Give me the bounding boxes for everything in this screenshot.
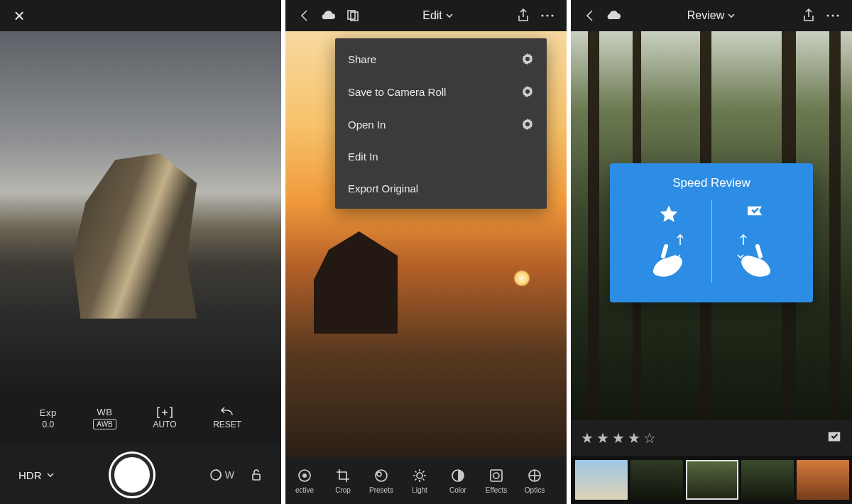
- svg-point-11: [417, 473, 422, 478]
- presets-icon: [373, 468, 389, 483]
- tool-effects[interactable]: Effects: [477, 468, 515, 494]
- svg-rect-1: [253, 474, 260, 480]
- optics-icon: [527, 468, 542, 483]
- share-menu-item[interactable]: Export Original: [335, 172, 547, 204]
- filmstrip-thumbnail[interactable]: [630, 460, 683, 500]
- exposure-value: 0.0: [42, 420, 54, 429]
- scene-tree: [829, 31, 841, 420]
- exposure-label: Exp: [40, 407, 57, 418]
- share-menu-item[interactable]: Open In: [335, 108, 547, 141]
- filmstrip-thumbnail[interactable]: [797, 460, 849, 500]
- edit-topbar: Edit: [285, 0, 567, 31]
- color-icon: [450, 468, 466, 483]
- speed-review-columns: [626, 200, 797, 283]
- cloud-icon: [321, 9, 337, 22]
- svg-point-18: [831, 14, 834, 16]
- cloud-icon: [606, 9, 622, 22]
- share-button[interactable]: [797, 4, 821, 28]
- speed-review-rate-column[interactable]: [626, 204, 711, 279]
- ellipsis-icon: [825, 13, 841, 18]
- close-button[interactable]: ×: [7, 4, 31, 28]
- scene-sun: [513, 270, 530, 287]
- svg-point-5: [546, 14, 548, 16]
- svg-point-19: [836, 14, 839, 16]
- tool-label: Crop: [335, 486, 351, 494]
- filmstrip-thumbnail[interactable]: [686, 460, 738, 500]
- tool-color[interactable]: Color: [439, 468, 477, 494]
- auto-control[interactable]: AUTO: [153, 407, 176, 429]
- cloud-button[interactable]: [317, 4, 341, 28]
- share-menu-item-label: Open In: [348, 119, 386, 131]
- exposure-control[interactable]: Exp 0.0: [40, 407, 57, 429]
- filmstrip-thumbnail[interactable]: [575, 460, 628, 500]
- crop-icon: [335, 468, 351, 483]
- reset-control[interactable]: RESET: [213, 407, 241, 429]
- tool-selective[interactable]: ective: [285, 468, 324, 494]
- swipe-hand-icon: [648, 232, 690, 279]
- more-button[interactable]: [535, 4, 559, 28]
- share-menu-item[interactable]: Edit In: [335, 141, 547, 172]
- lens-icon: [209, 469, 222, 481]
- cloud-button[interactable]: [602, 4, 626, 28]
- previous-icon: [565, 468, 567, 483]
- white-balance-control[interactable]: WB AWB: [93, 407, 116, 429]
- edit-title-label: Edit: [422, 9, 442, 22]
- more-button[interactable]: [821, 4, 845, 28]
- svg-point-6: [551, 14, 553, 16]
- crop-overlay-button[interactable]: [341, 4, 365, 28]
- lock-open-icon[interactable]: [250, 469, 263, 481]
- tool-label: Optics: [525, 486, 545, 494]
- hdr-mode-button[interactable]: HDR: [18, 469, 55, 481]
- bracket-plus-icon: [157, 407, 173, 418]
- scene-rock: [314, 231, 398, 334]
- ellipsis-icon: [540, 13, 555, 18]
- reset-label: RESET: [213, 420, 241, 429]
- back-button[interactable]: [578, 4, 602, 28]
- tool-label: Effects: [486, 486, 507, 494]
- speed-review-flag-column[interactable]: [712, 204, 797, 279]
- shutter-button[interactable]: [111, 454, 153, 496]
- undo-icon: [219, 407, 235, 418]
- lens-wide-button[interactable]: W: [209, 469, 234, 481]
- camera-topbar: ×: [0, 0, 281, 31]
- overlay-icon: [346, 9, 360, 22]
- edit-toolbar: ectiveCropPresetsLightColorEffectsOptics…: [285, 457, 567, 504]
- gear-icon[interactable]: [521, 118, 534, 131]
- svg-point-10: [377, 472, 381, 476]
- edit-title-dropdown[interactable]: Edit: [422, 9, 454, 22]
- tool-optics[interactable]: Optics: [515, 468, 554, 494]
- filmstrip[interactable]: [571, 456, 852, 504]
- tool-crop[interactable]: Crop: [324, 468, 362, 494]
- svg-point-8: [302, 473, 307, 478]
- share-button[interactable]: [511, 4, 535, 28]
- chevron-down-icon: [727, 11, 736, 20]
- camera-screen: × Exp 0.0 WB AWB AUTO RESET HDR: [0, 0, 281, 504]
- back-button[interactable]: [293, 4, 317, 28]
- share-menu-item-label: Save to Camera Roll: [348, 86, 446, 98]
- share-menu-item[interactable]: Save to Camera Roll: [335, 75, 547, 108]
- light-icon: [412, 468, 427, 483]
- camera-right-controls: W: [209, 469, 263, 481]
- gear-icon[interactable]: [521, 53, 534, 65]
- svg-point-14: [493, 473, 499, 478]
- share-menu-item-label: Export Original: [348, 182, 418, 195]
- chevron-down-icon: [445, 11, 454, 20]
- star-rating[interactable]: ★★★★☆: [581, 429, 659, 447]
- tool-previous[interactable]: Pr: [554, 468, 567, 494]
- scene-tree: [588, 31, 599, 420]
- gear-icon[interactable]: [521, 85, 534, 98]
- share-menu-item[interactable]: Share: [335, 43, 547, 75]
- camera-shutter-row: HDR W: [0, 446, 281, 504]
- effects-icon: [488, 468, 504, 483]
- edit-screen: Edit ShareSave to Camera RollOpen InEdit…: [285, 0, 567, 504]
- review-title-dropdown[interactable]: Review: [687, 9, 736, 22]
- filmstrip-thumbnail[interactable]: [741, 460, 794, 500]
- svg-point-17: [826, 14, 829, 16]
- flag-pick-button[interactable]: [826, 430, 842, 446]
- speed-review-panel: Speed Review: [610, 163, 813, 302]
- tool-presets[interactable]: Presets: [362, 468, 400, 494]
- wb-value: AWB: [93, 419, 116, 429]
- rating-bar: ★★★★☆: [571, 420, 852, 456]
- svg-rect-13: [491, 470, 502, 481]
- tool-light[interactable]: Light: [400, 468, 439, 494]
